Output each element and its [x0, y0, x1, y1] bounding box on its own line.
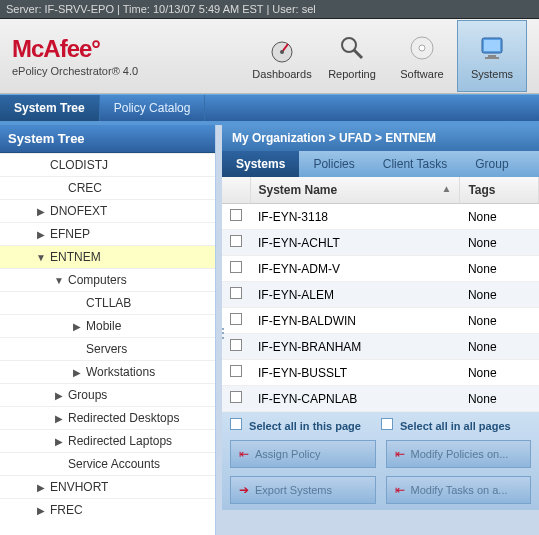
tree-item-crec[interactable]: CREC — [0, 176, 215, 199]
svg-rect-6 — [484, 40, 500, 51]
svg-rect-8 — [485, 57, 499, 59]
systems-table-wrap: System Name▲ Tags IF-EYN-3118NoneIF-EYN-… — [222, 177, 539, 412]
caret-icon: ▼ — [36, 252, 46, 263]
tree-item-servers[interactable]: Servers — [0, 337, 215, 360]
caret-icon: ▶ — [36, 206, 46, 217]
cell-system-name: IF-EYN-CAPNLAB — [250, 386, 460, 412]
tree-item-entnem[interactable]: ▼ENTNEM — [0, 245, 215, 268]
nav-label: Systems — [471, 68, 513, 80]
tree-item-frec[interactable]: ▶FREC — [0, 498, 215, 521]
content: My Organization > UFAD > ENTNEM SystemsP… — [222, 125, 539, 535]
subtab-systems[interactable]: Systems — [222, 151, 299, 177]
col-tags[interactable]: Tags — [460, 177, 539, 204]
sub-tabs: SystemsPoliciesClient TasksGroup — [222, 151, 539, 177]
sort-asc-icon: ▲ — [441, 183, 451, 194]
subtab-client-tasks[interactable]: Client Tasks — [369, 151, 461, 177]
row-checkbox[interactable] — [230, 235, 242, 247]
tree-label: CLODISTJ — [50, 158, 108, 172]
nav-reporting[interactable]: Reporting — [317, 20, 387, 92]
tree-item-ctllab[interactable]: CTLLAB — [0, 291, 215, 314]
cell-tags: None — [460, 282, 539, 308]
table-row[interactable]: IF-EYN-ACHLTNone — [222, 230, 539, 256]
caret-icon: ▶ — [54, 390, 64, 401]
tree-item-efnep[interactable]: ▶EFNEP — [0, 222, 215, 245]
tree-label: CREC — [68, 181, 102, 195]
table-row[interactable]: IF-EYN-ADM-VNone — [222, 256, 539, 282]
table-row[interactable]: IF-EYN-BALDWINNone — [222, 308, 539, 334]
caret-icon: ▼ — [54, 275, 64, 286]
nav-label: Dashboards — [252, 68, 311, 80]
software-icon — [406, 32, 438, 64]
svg-point-2 — [342, 38, 356, 52]
nav-dashboards[interactable]: Dashboards — [247, 20, 317, 92]
modify-policies-button[interactable]: ⇤Modify Policies on... — [386, 440, 532, 468]
assign-policy-button[interactable]: ⇤Assign Policy — [230, 440, 376, 468]
svg-point-1 — [280, 50, 284, 54]
tree-label: FREC — [50, 503, 83, 517]
tab-system-tree[interactable]: System Tree — [0, 95, 100, 121]
cell-tags: None — [460, 386, 539, 412]
arrow-left-box-icon: ⇤ — [395, 483, 405, 497]
tree-item-workstations[interactable]: ▶Workstations — [0, 360, 215, 383]
cell-tags: None — [460, 204, 539, 230]
brand-name: McAfee° — [12, 35, 138, 63]
tree-item-envhort[interactable]: ▶ENVHORT — [0, 475, 215, 498]
select-all-page[interactable]: Select all in this page — [230, 418, 361, 432]
cell-tags: None — [460, 230, 539, 256]
caret-icon: ▶ — [36, 505, 46, 516]
systems-table: System Name▲ Tags IF-EYN-3118NoneIF-EYN-… — [222, 177, 539, 412]
nav-label: Software — [400, 68, 443, 80]
table-row[interactable]: IF-EYN-BUSSLTNone — [222, 360, 539, 386]
tree-item-groups[interactable]: ▶Groups — [0, 383, 215, 406]
breadcrumb: My Organization > UFAD > ENTNEM — [222, 125, 539, 151]
tree-item-service-accounts[interactable]: Service Accounts — [0, 452, 215, 475]
tree-label: Workstations — [86, 365, 155, 379]
cell-system-name: IF-EYN-ADM-V — [250, 256, 460, 282]
row-checkbox[interactable] — [230, 261, 242, 273]
row-checkbox[interactable] — [230, 365, 242, 377]
row-checkbox[interactable] — [230, 287, 242, 299]
select-all-all[interactable]: Select all in all pages — [381, 418, 511, 432]
tree-item-mobile[interactable]: ▶Mobile — [0, 314, 215, 337]
table-row[interactable]: IF-EYN-ALEMNone — [222, 282, 539, 308]
caret-icon: ▶ — [54, 436, 64, 447]
tab-policy-catalog[interactable]: Policy Catalog — [100, 95, 206, 121]
subtab-group[interactable]: Group — [461, 151, 522, 177]
row-checkbox[interactable] — [230, 391, 242, 403]
nav-software[interactable]: Software — [387, 20, 457, 92]
tree-label: Mobile — [86, 319, 121, 333]
tree-item-redirected-desktops[interactable]: ▶Redirected Desktops — [0, 406, 215, 429]
col-system-name[interactable]: System Name▲ — [250, 177, 460, 204]
server-status-bar: Server: IF-SRVV-EPO | Time: 10/13/07 5:4… — [0, 0, 539, 19]
caret-icon: ▶ — [36, 482, 46, 493]
header: McAfee° ePolicy Orchestrator® 4.0 Dashbo… — [0, 19, 539, 94]
table-row[interactable]: IF-EYN-BRANHAMNone — [222, 334, 539, 360]
checkbox-icon — [381, 418, 393, 430]
caret-icon: ▶ — [36, 229, 46, 240]
modify-tasks-button[interactable]: ⇤Modify Tasks on a... — [386, 476, 532, 504]
checkbox-icon — [230, 418, 242, 430]
tree-label: Redirected Laptops — [68, 434, 172, 448]
tree-item-redirected-laptops[interactable]: ▶Redirected Laptops — [0, 429, 215, 452]
tree-label: CTLLAB — [86, 296, 131, 310]
tree-item-computers[interactable]: ▼Computers — [0, 268, 215, 291]
cell-system-name: IF-EYN-ALEM — [250, 282, 460, 308]
caret-icon: ▶ — [54, 413, 64, 424]
export-systems-button[interactable]: ➔Export Systems — [230, 476, 376, 504]
arrow-left-box-icon: ⇤ — [395, 447, 405, 461]
row-checkbox[interactable] — [230, 339, 242, 351]
row-checkbox[interactable] — [230, 313, 242, 325]
subtab-policies[interactable]: Policies — [299, 151, 368, 177]
caret-icon: ▶ — [72, 321, 82, 332]
table-row[interactable]: IF-EYN-3118None — [222, 204, 539, 230]
table-row[interactable]: IF-EYN-CAPNLABNone — [222, 386, 539, 412]
splitter-handle[interactable] — [216, 125, 222, 535]
systems-icon — [476, 32, 508, 64]
sidebar: System Tree CLODISTJCREC▶DNOFEXT▶EFNEP▼E… — [0, 125, 216, 535]
row-checkbox[interactable] — [230, 209, 242, 221]
tree-item-clodistj[interactable]: CLODISTJ — [0, 153, 215, 176]
sidebar-title: System Tree — [0, 125, 215, 153]
nav-systems[interactable]: Systems — [457, 20, 527, 92]
top-tabs: System TreePolicy Catalog — [0, 94, 539, 121]
tree-item-dnofext[interactable]: ▶DNOFEXT — [0, 199, 215, 222]
